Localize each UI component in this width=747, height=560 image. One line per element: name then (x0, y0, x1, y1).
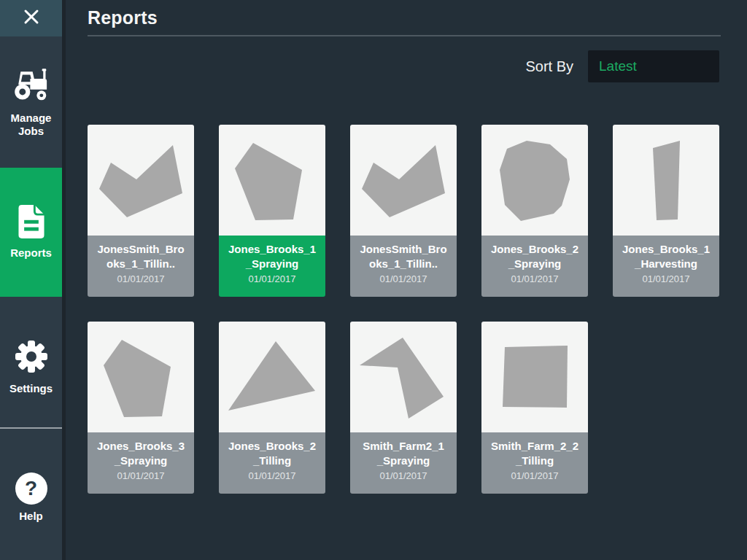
report-thumbnail (219, 322, 325, 432)
report-thumbnail (481, 125, 588, 236)
sidebar-item-settings[interactable]: Settings (0, 327, 62, 407)
main-content: Reports Sort By Latest JonesSmith_Bro ok… (62, 0, 747, 560)
report-date: 01/01/2017 (617, 273, 715, 284)
field-shape (99, 145, 182, 217)
report-card-label: JonesSmith_Bro oks_1_Tillin.. 01/01/2017 (88, 236, 194, 297)
field-shape (653, 141, 680, 220)
report-card-label: JonesSmith_Bro oks_1_Tillin.. 01/01/2017 (350, 236, 457, 297)
sort-dropdown[interactable]: Latest (588, 50, 719, 82)
report-name: Jones_Brooks_2 _Tilling (223, 439, 321, 468)
report-name: Smith_Farm2_1 _Spraying (355, 439, 452, 468)
report-card[interactable]: Smith_Farm2_1 _Spraying 01/01/2017 (350, 322, 457, 494)
report-name: Jones_Brooks_2 _Spraying (486, 242, 584, 271)
report-date: 01/01/2017 (223, 470, 321, 481)
field-shape (104, 340, 171, 417)
report-name: JonesSmith_Bro oks_1_Tillin.. (355, 242, 452, 271)
sidebar-item-manage-jobs[interactable]: Manage Jobs (0, 63, 62, 141)
report-card[interactable]: Jones_Brooks_1 _Harvesting 01/01/2017 (613, 125, 719, 297)
sidebar-item-label: Help (15, 510, 47, 523)
report-name: Jones_Brooks_3 _Spraying (92, 439, 190, 468)
sidebar: Manage Jobs Reports (0, 0, 62, 560)
report-card-label: Smith_Farm2_1 _Spraying 01/01/2017 (350, 432, 457, 494)
sort-dropdown-value: Latest (599, 58, 637, 74)
report-name: Jones_Brooks_1 _Spraying (223, 242, 321, 271)
report-date: 01/01/2017 (486, 470, 584, 481)
report-thumbnail (88, 125, 194, 236)
report-card[interactable]: Jones_Brooks_3 _Spraying 01/01/2017 (88, 322, 194, 494)
sidebar-item-help[interactable]: ? Help (0, 458, 62, 537)
report-date: 01/01/2017 (223, 273, 321, 284)
reports-grid: JonesSmith_Bro oks_1_Tillin.. 01/01/2017… (88, 125, 747, 494)
field-shape (500, 141, 570, 221)
field-shape (362, 145, 445, 217)
report-date: 01/01/2017 (92, 470, 190, 481)
close-icon (23, 8, 40, 28)
report-card-label: Jones_Brooks_3 _Spraying 01/01/2017 (88, 432, 194, 494)
report-card-label: Jones_Brooks_1 _Harvesting 01/01/2017 (613, 236, 719, 297)
page-header: Reports (66, 0, 747, 36)
report-card[interactable]: JonesSmith_Bro oks_1_Tillin.. 01/01/2017 (88, 125, 194, 297)
report-card-label: Jones_Brooks_2 _Tilling 01/01/2017 (219, 432, 325, 494)
report-thumbnail (88, 322, 194, 432)
sidebar-item-reports[interactable]: Reports (0, 168, 62, 297)
report-date: 01/01/2017 (355, 273, 452, 284)
close-button[interactable] (0, 0, 62, 36)
report-thumbnail (219, 125, 325, 236)
field-shape (503, 346, 568, 408)
report-card-label: Jones_Brooks_2 _Spraying 01/01/2017 (481, 236, 588, 297)
field-shape (235, 143, 302, 220)
report-thumbnail (481, 322, 588, 432)
report-name: JonesSmith_Bro oks_1_Tillin.. (92, 242, 190, 271)
report-card[interactable]: Smith_Farm_2_2 _Tilling 01/01/2017 (481, 322, 588, 494)
report-thumbnail (350, 322, 457, 432)
title-divider (88, 35, 721, 36)
page-title: Reports (88, 7, 721, 28)
report-thumbnail (613, 125, 719, 236)
help-icon-glyph: ? (25, 477, 37, 500)
help-icon: ? (15, 472, 47, 505)
report-card-label: Smith_Farm_2_2 _Tilling 01/01/2017 (481, 432, 588, 494)
tractor-icon (12, 67, 50, 106)
report-card[interactable]: Jones_Brooks_2 _Tilling 01/01/2017 (219, 322, 325, 494)
report-thumbnail (350, 125, 457, 236)
document-icon (18, 205, 45, 241)
report-name: Smith_Farm_2_2 _Tilling (486, 439, 584, 468)
field-shape (360, 338, 444, 419)
gear-icon (14, 339, 49, 377)
sidebar-divider (0, 427, 62, 429)
report-card-label: Jones_Brooks_1 _Spraying 01/01/2017 (219, 236, 325, 297)
sidebar-item-label: Manage Jobs (0, 112, 62, 138)
report-card[interactable]: Jones_Brooks_2 _Spraying 01/01/2017 (481, 125, 588, 297)
report-date: 01/01/2017 (486, 273, 584, 284)
sort-row: Sort By Latest (66, 50, 747, 82)
report-date: 01/01/2017 (355, 470, 452, 481)
field-shape (228, 341, 315, 411)
report-card[interactable]: Jones_Brooks_1 _Spraying 01/01/2017 (219, 125, 325, 297)
report-date: 01/01/2017 (92, 273, 190, 284)
report-name: Jones_Brooks_1 _Harvesting (617, 242, 715, 271)
sidebar-item-label: Reports (6, 246, 56, 260)
report-card[interactable]: JonesSmith_Bro oks_1_Tillin.. 01/01/2017 (350, 125, 457, 297)
sort-by-label: Sort By (525, 58, 573, 75)
sidebar-item-label: Settings (5, 382, 57, 395)
